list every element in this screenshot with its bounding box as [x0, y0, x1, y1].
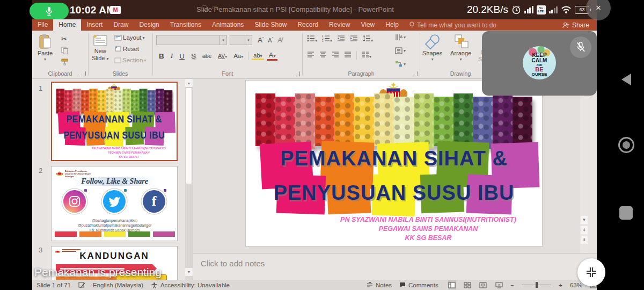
tab-home[interactable]: Home	[53, 19, 81, 31]
slideshow-view-button[interactable]	[495, 280, 503, 289]
section-button[interactable]: Section▾	[114, 57, 146, 63]
highlight-color-button[interactable]: ab̷▾	[252, 52, 264, 60]
font-color-button[interactable]: A▾	[267, 51, 277, 61]
text-direction-button[interactable]: A▾	[395, 34, 406, 41]
notes-toggle[interactable]: Notes	[367, 282, 392, 288]
increase-indent-button[interactable]	[350, 35, 358, 43]
tab-help[interactable]: Help	[380, 19, 404, 31]
copy-button[interactable]	[61, 47, 68, 54]
android-back-button[interactable]	[621, 74, 631, 85]
align-left-button[interactable]	[307, 52, 314, 59]
tab-review[interactable]: Review	[324, 19, 355, 31]
cut-button[interactable]: ✂	[61, 35, 67, 43]
reading-view-button[interactable]	[479, 280, 487, 289]
tab-animations[interactable]: Animations	[207, 19, 249, 31]
gmail-notification-icon: M	[110, 6, 121, 14]
fruit-banner	[56, 90, 173, 113]
tab-record[interactable]: Record	[292, 19, 324, 31]
font-dialog-launcher[interactable]	[295, 71, 300, 76]
exit-fullscreen-fab[interactable]	[577, 258, 605, 286]
bold-button[interactable]: B	[157, 52, 166, 60]
collapse-icon	[585, 266, 598, 279]
bullets-button[interactable]: ▾	[307, 35, 317, 43]
shapes-button[interactable]: Shapes▾	[422, 34, 442, 62]
format-painter-button[interactable]	[61, 59, 69, 66]
text-shadow-button[interactable]: S	[189, 52, 197, 60]
columns-button[interactable]: ▾	[362, 52, 371, 59]
normal-view-button[interactable]	[448, 280, 456, 289]
slide-title-line2: PENYUSUAN SUSU IBU	[52, 130, 177, 141]
slide-sorter-view-button[interactable]	[464, 280, 472, 289]
scroll-down-icon[interactable]: ▼	[581, 216, 588, 224]
tab-draw[interactable]: Draw	[108, 19, 134, 31]
grow-font-button[interactable]: Aˆ	[256, 36, 265, 44]
group-font: ▾ ▾ Aˆ Aˇ A̸ B I U S abc AV▾ Aa▾ ab̷▾ A▾	[153, 31, 302, 78]
android-recents-button[interactable]	[619, 206, 633, 220]
font-name-combo[interactable]: ▾	[156, 35, 227, 45]
zoom-slider[interactable]	[522, 280, 551, 289]
notes-pane[interactable]: Click to add notes	[193, 253, 597, 280]
tab-transitions[interactable]: Transitions	[165, 19, 207, 31]
presenting-banner: Pemakanan is presenting	[34, 266, 162, 279]
layout-icon	[114, 35, 122, 41]
slide-title-line1: PEMAKANAN SIHAT &	[52, 114, 177, 125]
clipboard-dialog-launcher[interactable]	[81, 71, 86, 76]
overlay-close-icon[interactable]: ×	[586, 0, 611, 20]
slide-counter: Slide 1 of 71	[36, 282, 71, 288]
comments-toggle[interactable]: Comments	[399, 282, 438, 288]
shrink-font-button[interactable]: Aˇ	[266, 37, 275, 44]
align-text-button[interactable]: ▾	[395, 47, 406, 54]
thumb-scroll-down-icon[interactable]: ▼	[185, 268, 193, 276]
strikethrough-button[interactable]: abc	[201, 53, 213, 59]
tab-insert[interactable]: Insert	[81, 19, 108, 31]
previous-slide-icon[interactable]: ⇞	[581, 226, 588, 234]
thumbnail-scrollbar[interactable]: ▲ ▼	[185, 79, 193, 280]
align-center-button[interactable]	[319, 52, 327, 59]
zoom-level[interactable]: 63%	[570, 282, 582, 288]
character-spacing-button[interactable]: AV▾	[216, 53, 229, 59]
share-button[interactable]: Share	[555, 19, 597, 31]
editor-scrollbar[interactable]: ▼ ⇞ ⇟	[580, 79, 588, 253]
italic-button[interactable]: I	[169, 52, 175, 60]
ribbon-tab-bar: File Home Insert Draw Design Transitions…	[32, 19, 597, 31]
arrange-button[interactable]: Arrange▾	[450, 34, 471, 62]
mic-active-pill[interactable]	[30, 3, 69, 19]
underline-button[interactable]: U	[178, 52, 186, 60]
font-size-combo[interactable]: ▾	[230, 35, 252, 45]
next-slide-icon[interactable]: ⇟	[581, 236, 588, 244]
wifi-icon	[561, 5, 572, 14]
change-case-button[interactable]: Aa▾	[232, 53, 245, 59]
call-participant-tile[interactable]: KEEP CALM AND BE OURSE	[482, 31, 597, 96]
status-icons: 20.2KB/s VoLTE 63	[467, 0, 589, 19]
justify-button[interactable]	[344, 52, 352, 59]
align-right-button[interactable]	[332, 52, 339, 59]
paste-button[interactable]: Paste▾	[38, 34, 53, 62]
tab-slide-show[interactable]: Slide Show	[249, 19, 292, 31]
reset-button[interactable]: Reset	[114, 46, 139, 52]
accessibility-status[interactable]: Accessibility: Unavailable	[151, 282, 230, 288]
slide-canvas[interactable]: PEMAKANAN SIHAT & PENYUSUAN SUSU IBU PN …	[246, 81, 542, 246]
slide-thumbnail-1[interactable]: PEMAKANAN SIHAT & PENYUSUAN SUSU IBU PN …	[51, 82, 178, 161]
layout-button[interactable]: Layout▾	[114, 34, 145, 41]
line-spacing-button[interactable]: ▾	[363, 35, 373, 43]
decrease-indent-button[interactable]	[337, 35, 345, 43]
slide-thumbnail-2[interactable]: Bahagian Pemakanan Jabatan Kesihatan Neg…	[51, 166, 178, 241]
tell-me-box[interactable]: Tell me what you want to do	[404, 19, 502, 31]
language-status[interactable]: English (Malaysia)	[93, 282, 143, 288]
thumb-scroll-up-icon[interactable]: ▲	[185, 79, 193, 87]
convert-smartart-button[interactable]: ▾	[395, 61, 406, 67]
paragraph-label: Paragraph	[303, 70, 420, 77]
numbering-button[interactable]: 123▾	[322, 35, 332, 43]
android-home-button[interactable]	[618, 137, 634, 153]
zoom-in-button[interactable]: +	[559, 282, 562, 288]
tab-design[interactable]: Design	[134, 19, 164, 31]
tab-file[interactable]: File	[32, 19, 53, 31]
thumb-scroll-thumb[interactable]	[186, 88, 192, 184]
tab-view[interactable]: View	[355, 19, 380, 31]
clear-formatting-button[interactable]: A̸	[276, 36, 284, 44]
spell-check-icon[interactable]	[78, 282, 85, 288]
slide2-handles: @bahagianpemakanankkm @pusatmaklumatpema…	[57, 218, 172, 233]
zoom-out-button[interactable]: −	[510, 282, 514, 288]
new-slide-button[interactable]: New Slide ▾	[92, 34, 109, 61]
comments-icon	[399, 282, 406, 288]
